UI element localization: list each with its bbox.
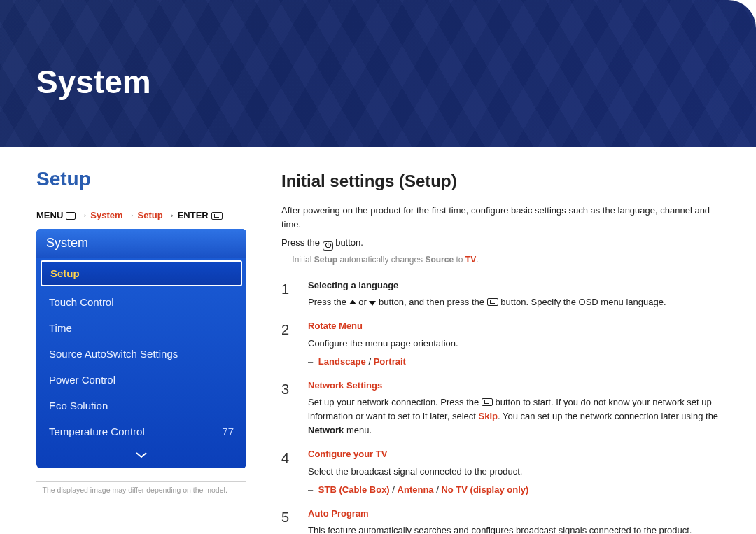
step-num: 3	[281, 379, 294, 400]
t: or	[358, 297, 369, 307]
step-5: 5 Auto Program This feature automaticall…	[281, 507, 722, 534]
menu-item-eco-solution[interactable]: Eco Solution	[36, 393, 246, 419]
opt-c: No TV (display only)	[441, 484, 528, 495]
step-3: 3 Network Settings Set up your network c…	[281, 379, 722, 438]
breadcrumb-arrow: →	[166, 210, 175, 220]
menu-item-label: Time	[49, 322, 72, 334]
menu-item-label: Temperature Control	[49, 426, 145, 437]
breadcrumb-setup: Setup	[138, 210, 163, 220]
triangle-up-icon	[349, 300, 356, 304]
opt-sep2: /	[434, 484, 442, 495]
step-1: 1 Selecting a language Press the or butt…	[281, 279, 722, 309]
header-band: System	[0, 0, 756, 147]
press-suffix: button.	[335, 237, 363, 248]
step-num: 1	[281, 279, 294, 300]
breadcrumb-system: System	[90, 210, 122, 220]
menu-panel-title: System	[36, 229, 246, 258]
press-line: Press the ⏻ button.	[281, 236, 722, 250]
note-t2: automatically changes	[337, 255, 425, 265]
step-heading: Configure your TV	[308, 447, 722, 461]
step-num: 4	[281, 447, 294, 469]
dash: ―	[281, 255, 290, 265]
divider	[36, 481, 246, 482]
step-bullet: – Landscape / Portrait	[308, 355, 722, 369]
menu-item-time[interactable]: Time	[36, 315, 246, 341]
breadcrumb-enter: ENTER	[178, 210, 209, 220]
enter-icon	[482, 398, 493, 406]
menu-item-power-control[interactable]: Power Control	[36, 367, 246, 393]
step-body: Rotate Menu Configure the menu page orie…	[308, 319, 722, 368]
note-setup: Setup	[314, 255, 337, 265]
menu-item-label: Setup	[50, 267, 80, 279]
press-prefix: Press the	[281, 237, 323, 248]
opt-a: Landscape	[318, 356, 366, 367]
t: button, and then press the	[379, 297, 487, 307]
step-text: Set up your network connection. Press th…	[308, 395, 722, 437]
menu-item-touch-control[interactable]: Touch Control	[36, 289, 246, 315]
page-title: System	[36, 63, 151, 101]
step-text: Configure the menu page orientation.	[308, 337, 722, 351]
breadcrumb: MENU → System → Setup → ENTER	[36, 210, 246, 220]
breadcrumb-arrow: →	[78, 210, 88, 220]
footnote-text: The displayed image may differ depending…	[43, 486, 227, 494]
content: Setup MENU → System → Setup → ENTER Syst…	[0, 147, 756, 534]
step-bullet: – STB (Cable Box) / Antenna / No TV (dis…	[308, 483, 722, 497]
t: Press the	[308, 297, 349, 307]
bullet-dash: –	[308, 356, 313, 367]
step-body: Configure your TV Select the broadcast s…	[308, 447, 722, 496]
step-num: 5	[281, 507, 294, 528]
bullet-dash: –	[308, 484, 313, 495]
menu-item-label: Source AutoSwitch Settings	[49, 348, 178, 360]
footnote-dash: –	[36, 486, 43, 494]
step-body: Network Settings Set up your network con…	[308, 379, 722, 438]
step-body: Auto Program This feature automatically …	[308, 507, 722, 534]
breadcrumb-menu: MENU	[36, 210, 63, 220]
step-4: 4 Configure your TV Select the broadcast…	[281, 447, 722, 496]
section-title-setup: Setup	[36, 168, 246, 190]
opt-sep: /	[390, 484, 398, 495]
dash-note: ― Initial Setup automatically changes So…	[281, 253, 722, 267]
menu-item-label: Power Control	[49, 374, 115, 386]
opt-a: STB (Cable Box)	[318, 484, 390, 495]
note-tv: TV	[465, 255, 476, 265]
left-column: Setup MENU → System → Setup → ENTER Syst…	[36, 168, 246, 534]
chevron-down-icon[interactable]	[36, 444, 246, 468]
menu-item-label: Eco Solution	[49, 400, 108, 412]
t: menu.	[344, 425, 372, 435]
menu-item-label: Touch Control	[49, 296, 114, 308]
note-t1: Initial	[292, 255, 314, 265]
t: button. Specify the OSD menu language.	[500, 297, 666, 307]
step-body: Selecting a language Press the or button…	[308, 279, 722, 309]
step-heading: Auto Program	[308, 507, 722, 521]
menu-item-source-autoswitch[interactable]: Source AutoSwitch Settings	[36, 341, 246, 367]
enter-icon	[487, 298, 498, 306]
opt-sep: /	[366, 356, 374, 367]
step-text: Select the broadcast signal connected to…	[308, 465, 722, 479]
menu-icon	[66, 212, 76, 220]
menu-item-value: 77	[222, 426, 234, 437]
system-menu-panel: System Setup Touch Control Time Source A…	[36, 229, 246, 468]
breadcrumb-arrow: →	[126, 210, 135, 220]
t: . You can set up the network connection …	[498, 411, 718, 421]
t: Set up your network connection. Press th…	[308, 397, 482, 407]
step-heading: Selecting a language	[308, 279, 722, 293]
opt-b: Portrait	[374, 356, 406, 367]
network: Network	[308, 425, 344, 435]
note-t4: .	[476, 255, 478, 265]
step-2: 2 Rotate Menu Configure the menu page or…	[281, 319, 722, 368]
step-num: 2	[281, 319, 294, 341]
enter-icon	[211, 212, 223, 220]
triangle-down-icon	[369, 301, 376, 306]
right-column: Initial settings (Setup) After powering …	[281, 168, 722, 534]
skip: Skip	[479, 411, 498, 421]
step-text: Press the or button, and then press the …	[308, 295, 722, 309]
right-title: Initial settings (Setup)	[281, 168, 722, 194]
step-text: This feature automatically searches and …	[308, 524, 722, 534]
menu-item-temperature-control[interactable]: Temperature Control 77	[36, 419, 246, 444]
step-heading: Network Settings	[308, 379, 722, 393]
power-icon: ⏻	[323, 241, 333, 251]
footnote: – The displayed image may differ dependi…	[36, 486, 246, 494]
menu-item-setup[interactable]: Setup	[41, 260, 242, 286]
intro-text: After powering on the product for the fi…	[281, 204, 722, 232]
step-heading: Rotate Menu	[308, 319, 722, 333]
